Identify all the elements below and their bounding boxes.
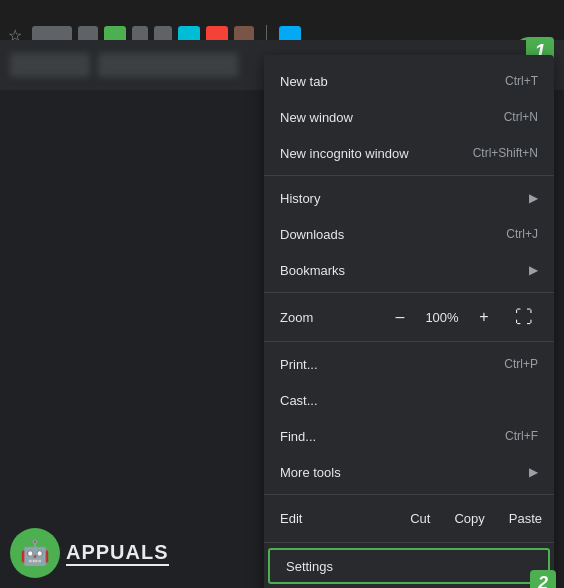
left-sidebar: 🤖 APPUALS — [0, 90, 245, 588]
print-shortcut: Ctrl+P — [504, 357, 538, 371]
edit-row: Edit Cut Copy Paste — [264, 499, 554, 538]
menu-section-nav: History ▶ Downloads Ctrl+J Bookmarks ▶ — [264, 176, 554, 293]
menu-item-new-tab[interactable]: New tab Ctrl+T — [264, 63, 554, 99]
zoom-value: 100% — [422, 310, 462, 325]
find-shortcut: Ctrl+F — [505, 429, 538, 443]
incognito-label: New incognito window — [280, 146, 453, 161]
bookmarks-label: Bookmarks — [280, 263, 521, 278]
paste-button[interactable]: Paste — [497, 503, 554, 534]
copy-button[interactable]: Copy — [442, 503, 496, 534]
new-tab-shortcut: Ctrl+T — [505, 74, 538, 88]
edit-label: Edit — [264, 503, 398, 534]
logo-icon: 🤖 — [10, 528, 60, 578]
cast-label: Cast... — [280, 393, 538, 408]
logo-text: APPUALS — [66, 541, 169, 566]
menu-item-more-tools[interactable]: More tools ▶ — [264, 454, 554, 490]
menu-section-edit: Edit Cut Copy Paste — [264, 495, 554, 543]
settings-label: Settings — [286, 559, 532, 574]
zoom-row: Zoom – 100% + ⛶ — [264, 297, 554, 337]
bookmarks-arrow: ▶ — [529, 263, 538, 277]
tab-bar: ☆ ⋮ 1 — [0, 0, 564, 40]
incognito-shortcut: Ctrl+Shift+N — [473, 146, 538, 160]
menu-section-zoom: Zoom – 100% + ⛶ — [264, 293, 554, 342]
menu-item-incognito[interactable]: New incognito window Ctrl+Shift+N — [264, 135, 554, 171]
address-blur-1 — [10, 53, 90, 77]
menu-item-bookmarks[interactable]: Bookmarks ▶ — [264, 252, 554, 288]
print-label: Print... — [280, 357, 484, 372]
menu-item-find[interactable]: Find... Ctrl+F — [264, 418, 554, 454]
downloads-shortcut: Ctrl+J — [506, 227, 538, 241]
menu-section-settings: Settings 2 Help ▶ Exit — [264, 543, 554, 588]
more-tools-label: More tools — [280, 465, 521, 480]
menu-section-tools: Print... Ctrl+P Cast... Find... Ctrl+F M… — [264, 342, 554, 495]
menu-item-history[interactable]: History ▶ — [264, 180, 554, 216]
menu-item-cast[interactable]: Cast... — [264, 382, 554, 418]
new-window-label: New window — [280, 110, 484, 125]
menu-item-print[interactable]: Print... Ctrl+P — [264, 346, 554, 382]
menu-item-settings[interactable]: Settings 2 — [268, 548, 550, 584]
more-tools-arrow: ▶ — [529, 465, 538, 479]
zoom-minus-button[interactable]: – — [386, 303, 414, 331]
history-label: History — [280, 191, 521, 206]
context-menu: New tab Ctrl+T New window Ctrl+N New inc… — [264, 55, 554, 588]
zoom-plus-button[interactable]: + — [470, 303, 498, 331]
menu-item-new-window[interactable]: New window Ctrl+N — [264, 99, 554, 135]
appuals-logo: 🤖 APPUALS — [10, 528, 169, 578]
find-label: Find... — [280, 429, 485, 444]
downloads-label: Downloads — [280, 227, 486, 242]
zoom-label: Zoom — [280, 310, 378, 325]
address-blur-2 — [98, 53, 238, 77]
badge-number-2: 2 — [530, 570, 556, 588]
history-arrow: ▶ — [529, 191, 538, 205]
menu-section-new: New tab Ctrl+T New window Ctrl+N New inc… — [264, 59, 554, 176]
menu-item-downloads[interactable]: Downloads Ctrl+J — [264, 216, 554, 252]
new-window-shortcut: Ctrl+N — [504, 110, 538, 124]
fullscreen-icon[interactable]: ⛶ — [510, 303, 538, 331]
cut-button[interactable]: Cut — [398, 503, 442, 534]
new-tab-label: New tab — [280, 74, 485, 89]
